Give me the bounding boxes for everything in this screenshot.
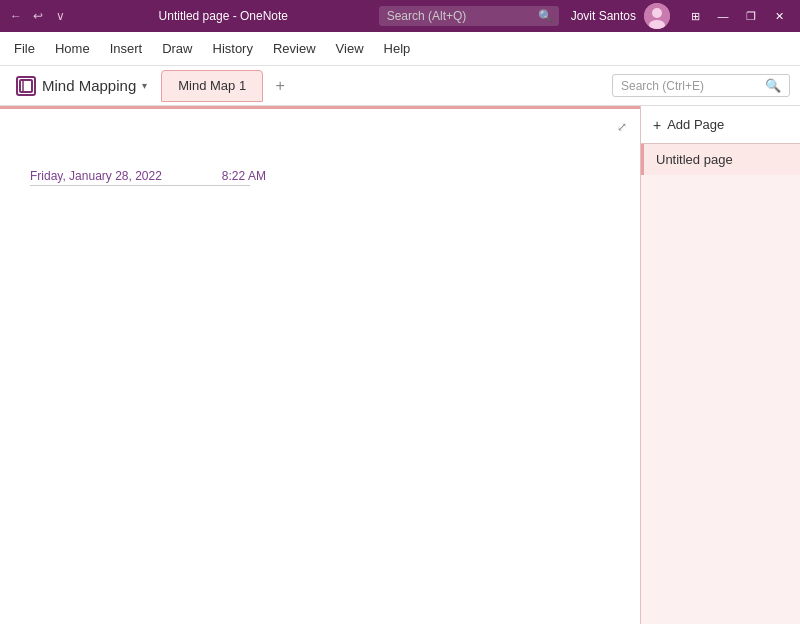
titlebar-search-wrapper: 🔍: [379, 6, 559, 26]
title-bar: ← ↩ ∨ Untitled page - OneNote 🔍 Jovit Sa…: [0, 0, 800, 32]
tab-mind-map-1[interactable]: Mind Map 1: [161, 70, 263, 102]
section-search-icon: 🔍: [765, 78, 781, 93]
menu-view[interactable]: View: [326, 35, 374, 62]
section-search-wrapper: 🔍: [612, 74, 790, 97]
notebook-name: Mind Mapping: [42, 77, 136, 94]
user-name: Jovit Santos: [571, 9, 636, 23]
minimize-button[interactable]: —: [710, 3, 736, 29]
page-date: Friday, January 28, 2022: [30, 169, 162, 183]
add-page-icon: +: [653, 117, 661, 133]
menu-file[interactable]: File: [4, 35, 45, 62]
window-title: Untitled page - OneNote: [68, 9, 379, 23]
menu-history[interactable]: History: [203, 35, 263, 62]
section-search-input[interactable]: [621, 79, 761, 93]
page-list: Untitled page: [641, 144, 800, 624]
user-area: Jovit Santos: [571, 3, 670, 29]
titlebar-search-input[interactable]: [379, 6, 559, 26]
right-sidebar: + Add Page Untitled page: [640, 106, 800, 624]
notebook-icon: [16, 76, 36, 96]
add-page-label: Add Page: [667, 117, 724, 132]
page-content[interactable]: ⤢ Friday, January 28, 2022 8:22 AM: [0, 106, 640, 624]
restore-button[interactable]: ❐: [738, 3, 764, 29]
undo-button[interactable]: ↩: [30, 8, 46, 24]
window-controls: ⊞ — ❐ ✕: [682, 3, 792, 29]
menu-draw[interactable]: Draw: [152, 35, 202, 62]
page-time: 8:22 AM: [222, 169, 266, 183]
menu-bar: File Home Insert Draw History Review Vie…: [0, 32, 800, 66]
menu-review[interactable]: Review: [263, 35, 326, 62]
notebook-selector[interactable]: Mind Mapping ▾: [10, 72, 153, 100]
settings-icon[interactable]: ⊞: [682, 3, 708, 29]
page-divider: [30, 185, 250, 186]
main-layout: ⤢ Friday, January 28, 2022 8:22 AM + Add…: [0, 106, 800, 624]
page-timestamp: Friday, January 28, 2022 8:22 AM: [30, 169, 630, 183]
page-list-item[interactable]: Untitled page: [641, 144, 800, 175]
menu-help[interactable]: Help: [374, 35, 421, 62]
add-tab-button[interactable]: +: [267, 73, 293, 99]
menu-home[interactable]: Home: [45, 35, 100, 62]
titlebar-search-icon: 🔍: [538, 9, 553, 23]
menu-insert[interactable]: Insert: [100, 35, 153, 62]
svg-rect-3: [20, 80, 32, 92]
notebook-chevron-icon: ▾: [142, 80, 147, 91]
expand-button[interactable]: ⤢: [612, 117, 632, 137]
close-button[interactable]: ✕: [766, 3, 792, 29]
back-button[interactable]: ←: [8, 8, 24, 24]
svg-point-1: [652, 8, 662, 18]
tab-area: Mind Map 1 +: [161, 70, 604, 102]
section-bar: Mind Mapping ▾ Mind Map 1 + 🔍: [0, 66, 800, 106]
quick-access-toolbar: ← ↩ ∨: [8, 8, 68, 24]
more-button[interactable]: ∨: [52, 8, 68, 24]
avatar[interactable]: [644, 3, 670, 29]
add-page-button[interactable]: + Add Page: [641, 106, 800, 144]
